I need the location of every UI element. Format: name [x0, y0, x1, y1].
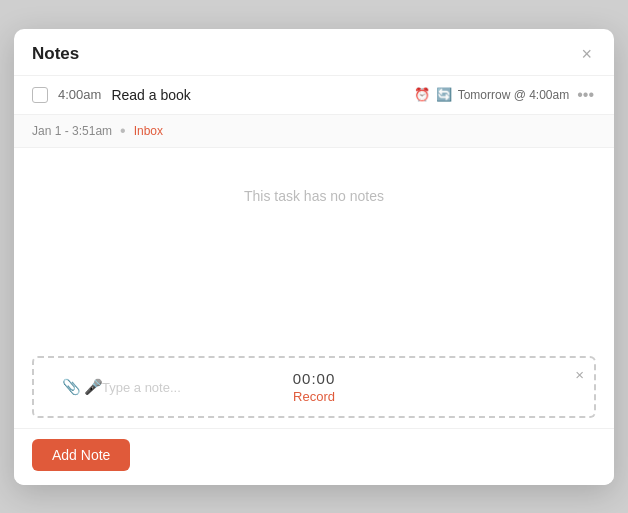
- modal-close-button[interactable]: ×: [577, 43, 596, 65]
- modal-header: Notes ×: [14, 29, 614, 76]
- alarm-icon: ⏰: [414, 87, 430, 102]
- task-row: 4:00am Read a book ⏰ 🔄 Tomorrow @ 4:00am…: [14, 76, 614, 115]
- modal-title: Notes: [32, 44, 79, 64]
- record-button[interactable]: Record: [293, 389, 335, 404]
- task-name: Read a book: [111, 87, 403, 103]
- inbox-badge: Inbox: [134, 124, 163, 138]
- task-checkbox[interactable]: [32, 87, 48, 103]
- record-timer: 00:00: [293, 370, 336, 387]
- no-notes-text: This task has no notes: [244, 188, 384, 204]
- task-time: 4:00am: [58, 87, 101, 102]
- dot-separator: •: [120, 122, 126, 140]
- record-center: 00:00 Record: [293, 370, 336, 404]
- add-note-button[interactable]: Add Note: [32, 439, 130, 471]
- sync-icon: 🔄: [436, 87, 452, 102]
- modal-footer: Add Note: [14, 428, 614, 485]
- task-date-row: Jan 1 - 3:51am • Inbox: [14, 115, 614, 148]
- task-more-button[interactable]: •••: [575, 86, 596, 104]
- task-meta-right: ⏰ 🔄 Tomorrow @ 4:00am •••: [414, 86, 596, 104]
- task-date-text: Jan 1 - 3:51am: [32, 124, 112, 138]
- notes-modal: Notes × 4:00am Read a book ⏰ 🔄 Tomorrow …: [14, 29, 614, 485]
- record-close-button[interactable]: ×: [575, 366, 584, 383]
- modal-overlay: Notes × 4:00am Read a book ⏰ 🔄 Tomorrow …: [0, 0, 628, 513]
- notes-body: This task has no notes: [14, 148, 614, 348]
- type-note-placeholder: Type a note...: [52, 379, 181, 394]
- record-area: 📎 🎤 Type a note... 00:00 Record ×: [32, 356, 596, 418]
- task-due-label: Tomorrow @ 4:00am: [458, 88, 570, 102]
